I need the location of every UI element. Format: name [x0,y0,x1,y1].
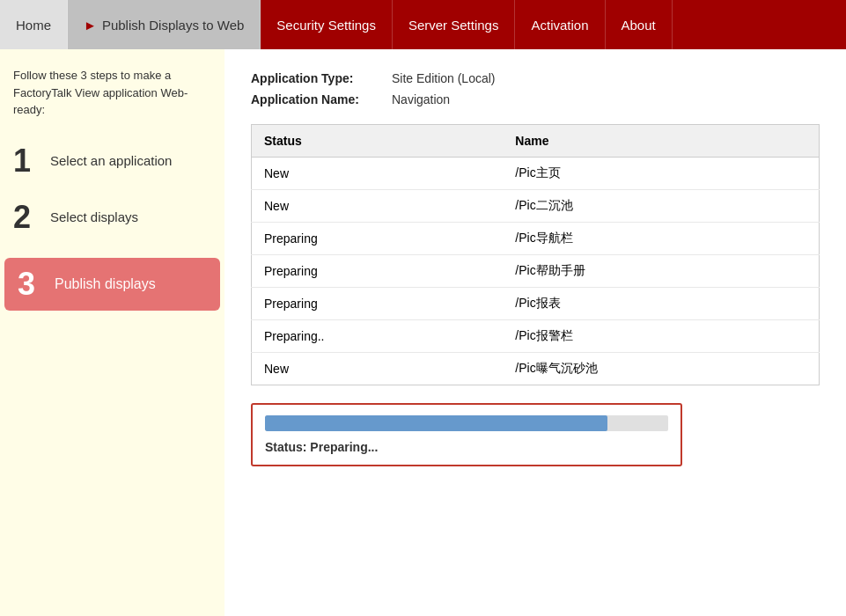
app-type-label: Application Type: [251,71,392,85]
table-header-row: Status Name [252,125,820,158]
nav-security[interactable]: Security Settings [261,0,393,49]
app-type-row: Application Type: Site Edition (Local) [251,71,820,85]
nav-home[interactable]: Home [0,0,68,49]
table-row: Preparing.. /Pic报警栏 [252,320,820,353]
table-row: Preparing /Pic导航栏 [252,223,820,255]
status-value: Preparing... [310,440,378,454]
app-type-value: Site Edition (Local) [392,71,496,85]
progress-area: Status: Preparing... [251,403,682,466]
nav-publish[interactable]: ► Publish Displays to Web [68,0,261,49]
row-status: Preparing [252,255,504,288]
nav-server[interactable]: Server Settings [393,0,516,49]
sidebar: Follow these 3 steps to make a FactoryTa… [0,49,224,616]
nav-activation-label: Activation [531,18,588,33]
row-status: New [252,353,504,385]
step-2-item[interactable]: 2 Select displays [13,202,211,233]
nav-activation[interactable]: Activation [515,0,605,49]
step-1-label: Select an application [50,153,172,168]
col-status-header: Status [252,125,504,158]
row-name: /Pic主页 [503,158,819,190]
row-name: /Pic二沉池 [503,190,819,223]
app-name-label: Application Name: [251,92,392,106]
nav-about[interactable]: About [606,0,673,49]
progress-bar-container [265,415,668,431]
nav-security-label: Security Settings [276,18,376,33]
step-2-label: Select displays [50,209,138,224]
table-row: Preparing /Pic报表 [252,288,820,320]
progress-status: Status: Preparing... [265,440,668,454]
main-content: Follow these 3 steps to make a FactoryTa… [0,49,846,616]
status-prefix: Status: [265,440,310,454]
row-status: Preparing.. [252,320,504,353]
row-status: Preparing [252,288,504,320]
row-name: /Pic报表 [503,288,819,320]
row-status: New [252,158,504,190]
table-row: New /Pic主页 [252,158,820,190]
step-1-item[interactable]: 1 Select an application [13,145,211,177]
row-name: /Pic报警栏 [503,320,819,353]
right-panel: Application Type: Site Edition (Local) A… [224,49,846,616]
row-name: /Pic曝气沉砂池 [503,353,819,385]
table-row: Preparing /Pic帮助手册 [252,255,820,288]
display-table: Status Name New /Pic主页 New /Pic二沉池 Prepa… [251,124,820,385]
step-1-number: 1 [13,145,40,177]
step-3-number: 3 [18,268,44,300]
nav-bar: Home ► Publish Displays to Web Security … [0,0,846,49]
col-name-header: Name [503,125,819,158]
step-3-item[interactable]: 3 Publish displays [4,258,220,311]
nav-about-label: About [622,18,656,33]
nav-arrow: ► [84,18,97,33]
app-info: Application Type: Site Edition (Local) A… [251,71,820,106]
table-row: New /Pic二沉池 [252,190,820,223]
app-name-value: Navigation [392,92,450,106]
row-name: /Pic帮助手册 [503,255,819,288]
progress-bar-fill [265,415,607,431]
nav-publish-label: Publish Displays to Web [102,18,244,33]
row-status: New [252,190,504,223]
nav-server-label: Server Settings [408,18,499,33]
step-3-label: Publish displays [55,276,156,292]
table-row: New /Pic曝气沉砂池 [252,353,820,385]
step-2-number: 2 [13,202,40,233]
row-name: /Pic导航栏 [503,223,819,255]
home-label: Home [16,18,51,33]
sidebar-intro: Follow these 3 steps to make a FactoryTa… [13,67,211,119]
row-status: Preparing [252,223,504,255]
app-name-row: Application Name: Navigation [251,92,820,106]
